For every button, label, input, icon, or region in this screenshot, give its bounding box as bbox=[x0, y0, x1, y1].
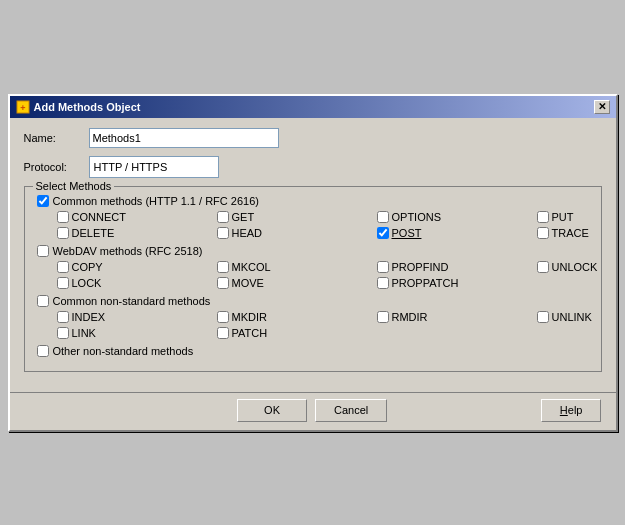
unlink-label: UNLINK bbox=[552, 311, 592, 323]
proppatch-checkbox[interactable] bbox=[377, 277, 389, 289]
common-methods-label: Common methods (HTTP 1.1 / RFC 2616) bbox=[53, 195, 259, 207]
title-bar-left: + Add Methods Object bbox=[16, 100, 141, 114]
svg-text:+: + bbox=[20, 103, 25, 113]
common-methods-grid: CONNECT GET OPTIONS PUT DELETE bbox=[57, 211, 589, 239]
method-get: GET bbox=[217, 211, 377, 223]
method-empty2 bbox=[377, 327, 537, 339]
method-put: PUT bbox=[537, 211, 626, 223]
trace-label: TRACE bbox=[552, 227, 589, 239]
method-options: OPTIONS bbox=[377, 211, 537, 223]
lock-checkbox[interactable] bbox=[57, 277, 69, 289]
method-unlock: UNLOCK bbox=[537, 261, 626, 273]
connect-label: CONNECT bbox=[72, 211, 126, 223]
unlock-checkbox[interactable] bbox=[537, 261, 549, 273]
link-label: LINK bbox=[72, 327, 96, 339]
method-patch: PATCH bbox=[217, 327, 377, 339]
method-empty1 bbox=[537, 277, 626, 289]
webdav-methods-checkbox[interactable] bbox=[37, 245, 49, 257]
protocol-select-wrap: HTTP / HTTPS HTTPS HTTP bbox=[89, 156, 219, 178]
webdav-methods-label: WebDAV methods (RFC 2518) bbox=[53, 245, 203, 257]
method-index: INDEX bbox=[57, 311, 217, 323]
method-unlink: UNLINK bbox=[537, 311, 626, 323]
method-copy: COPY bbox=[57, 261, 217, 273]
method-head: HEAD bbox=[217, 227, 377, 239]
nonstandard-methods-grid: INDEX MKDIR RMDIR UNLINK LINK bbox=[57, 311, 589, 339]
other-nonstandard-header: Other non-standard methods bbox=[37, 345, 589, 357]
other-nonstandard-checkbox[interactable] bbox=[37, 345, 49, 357]
unlink-checkbox[interactable] bbox=[537, 311, 549, 323]
protocol-select[interactable]: HTTP / HTTPS HTTPS HTTP bbox=[89, 156, 219, 178]
nonstandard-methods-header: Common non-standard methods bbox=[37, 295, 589, 307]
proppatch-label: PROPPATCH bbox=[392, 277, 459, 289]
method-mkdir: MKDIR bbox=[217, 311, 377, 323]
post-checkbox[interactable] bbox=[377, 227, 389, 239]
rmdir-checkbox[interactable] bbox=[377, 311, 389, 323]
method-mkcol: MKCOL bbox=[217, 261, 377, 273]
delete-label: DELETE bbox=[72, 227, 115, 239]
link-checkbox[interactable] bbox=[57, 327, 69, 339]
index-checkbox[interactable] bbox=[57, 311, 69, 323]
options-label: OPTIONS bbox=[392, 211, 442, 223]
move-checkbox[interactable] bbox=[217, 277, 229, 289]
ok-button[interactable]: OK bbox=[237, 399, 307, 422]
help-button[interactable]: Help bbox=[541, 399, 602, 422]
propfind-checkbox[interactable] bbox=[377, 261, 389, 273]
method-connect: CONNECT bbox=[57, 211, 217, 223]
mkcol-checkbox[interactable] bbox=[217, 261, 229, 273]
options-checkbox[interactable] bbox=[377, 211, 389, 223]
method-delete: DELETE bbox=[57, 227, 217, 239]
put-label: PUT bbox=[552, 211, 574, 223]
method-lock: LOCK bbox=[57, 277, 217, 289]
common-methods-checkbox[interactable] bbox=[37, 195, 49, 207]
other-nonstandard-label: Other non-standard methods bbox=[53, 345, 194, 357]
trace-checkbox[interactable] bbox=[537, 227, 549, 239]
head-checkbox[interactable] bbox=[217, 227, 229, 239]
post-label: POST bbox=[392, 227, 422, 239]
method-rmdir: RMDIR bbox=[377, 311, 537, 323]
method-proppatch: PROPPATCH bbox=[377, 277, 537, 289]
index-label: INDEX bbox=[72, 311, 106, 323]
button-row: OK Cancel Help bbox=[10, 392, 616, 430]
patch-label: PATCH bbox=[232, 327, 268, 339]
connect-checkbox[interactable] bbox=[57, 211, 69, 223]
mkcol-label: MKCOL bbox=[232, 261, 271, 273]
method-post: POST bbox=[377, 227, 537, 239]
method-move: MOVE bbox=[217, 277, 377, 289]
dialog: + Add Methods Object ✕ Name: Protocol: H… bbox=[8, 94, 618, 432]
mkdir-label: MKDIR bbox=[232, 311, 267, 323]
nonstandard-methods-label: Common non-standard methods bbox=[53, 295, 211, 307]
head-label: HEAD bbox=[232, 227, 263, 239]
patch-checkbox[interactable] bbox=[217, 327, 229, 339]
rmdir-label: RMDIR bbox=[392, 311, 428, 323]
mkdir-checkbox[interactable] bbox=[217, 311, 229, 323]
name-input[interactable] bbox=[89, 128, 279, 148]
button-row-center: OK Cancel bbox=[237, 399, 387, 422]
webdav-methods-header: WebDAV methods (RFC 2518) bbox=[37, 245, 589, 257]
method-propfind: PROPFIND bbox=[377, 261, 537, 273]
close-button[interactable]: ✕ bbox=[594, 100, 610, 114]
name-row: Name: bbox=[24, 128, 602, 148]
put-checkbox[interactable] bbox=[537, 211, 549, 223]
protocol-row: Protocol: HTTP / HTTPS HTTPS HTTP bbox=[24, 156, 602, 178]
method-link: LINK bbox=[57, 327, 217, 339]
get-checkbox[interactable] bbox=[217, 211, 229, 223]
dialog-body: Name: Protocol: HTTP / HTTPS HTTPS HTTP … bbox=[10, 118, 616, 392]
title-text: Add Methods Object bbox=[34, 101, 141, 113]
protocol-label: Protocol: bbox=[24, 161, 89, 173]
unlock-label: UNLOCK bbox=[552, 261, 598, 273]
name-label: Name: bbox=[24, 132, 89, 144]
get-label: GET bbox=[232, 211, 255, 223]
move-label: MOVE bbox=[232, 277, 264, 289]
method-trace: TRACE bbox=[537, 227, 626, 239]
group-box-legend: Select Methods bbox=[33, 180, 115, 192]
copy-checkbox[interactable] bbox=[57, 261, 69, 273]
title-bar: + Add Methods Object ✕ bbox=[10, 96, 616, 118]
delete-checkbox[interactable] bbox=[57, 227, 69, 239]
copy-label: COPY bbox=[72, 261, 103, 273]
lock-label: LOCK bbox=[72, 277, 102, 289]
nonstandard-methods-checkbox[interactable] bbox=[37, 295, 49, 307]
common-methods-header: Common methods (HTTP 1.1 / RFC 2616) bbox=[37, 195, 589, 207]
select-methods-group: Select Methods Common methods (HTTP 1.1 … bbox=[24, 186, 602, 372]
cancel-button[interactable]: Cancel bbox=[315, 399, 387, 422]
propfind-label: PROPFIND bbox=[392, 261, 449, 273]
